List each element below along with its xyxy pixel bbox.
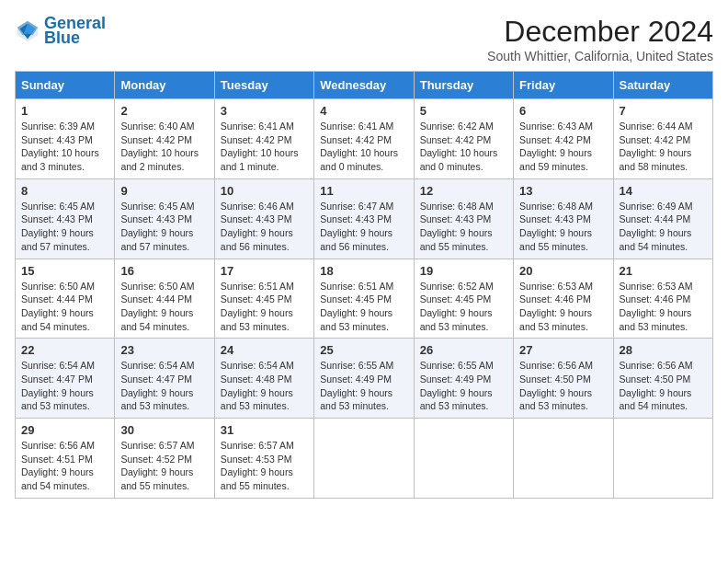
subtitle: South Whittier, California, United State… bbox=[487, 49, 713, 63]
day-number: 21 bbox=[620, 264, 707, 278]
cell-info: Sunrise: 6:39 AMSunset: 4:43 PMDaylight:… bbox=[21, 120, 108, 174]
day-number: 1 bbox=[21, 104, 108, 118]
cell-info: Sunrise: 6:42 AMSunset: 4:42 PMDaylight:… bbox=[420, 120, 507, 174]
calendar-cell: 18 Sunrise: 6:51 AMSunset: 4:45 PMDaylig… bbox=[314, 259, 414, 339]
logo: General Blue bbox=[15, 15, 106, 48]
cell-info: Sunrise: 6:55 AMSunset: 4:49 PMDaylight:… bbox=[420, 359, 507, 413]
cell-info: Sunrise: 6:54 AMSunset: 4:47 PMDaylight:… bbox=[21, 359, 108, 413]
cell-info: Sunrise: 6:54 AMSunset: 4:48 PMDaylight:… bbox=[221, 359, 308, 413]
calendar-cell: 28 Sunrise: 6:56 AMSunset: 4:50 PMDaylig… bbox=[613, 339, 712, 419]
calendar-cell: 19 Sunrise: 6:52 AMSunset: 4:45 PMDaylig… bbox=[414, 259, 513, 339]
logo-text: General Blue bbox=[44, 15, 106, 48]
cell-info: Sunrise: 6:49 AMSunset: 4:44 PMDaylight:… bbox=[620, 200, 707, 254]
day-number: 2 bbox=[120, 104, 208, 118]
calendar-header-row: SundayMondayTuesdayWednesdayThursdayFrid… bbox=[16, 72, 713, 99]
main-title: December 2024 bbox=[487, 15, 713, 49]
calendar-cell: 21 Sunrise: 6:53 AMSunset: 4:46 PMDaylig… bbox=[613, 259, 712, 339]
calendar-cell: 20 Sunrise: 6:53 AMSunset: 4:46 PMDaylig… bbox=[514, 259, 613, 339]
day-number: 26 bbox=[420, 343, 507, 357]
day-number: 14 bbox=[620, 184, 707, 198]
cell-info: Sunrise: 6:45 AMSunset: 4:43 PMDaylight:… bbox=[120, 200, 208, 254]
calendar-cell bbox=[314, 419, 414, 499]
cell-info: Sunrise: 6:56 AMSunset: 4:50 PMDaylight:… bbox=[519, 359, 607, 413]
week-row-3: 15 Sunrise: 6:50 AMSunset: 4:44 PMDaylig… bbox=[16, 259, 713, 339]
week-row-4: 22 Sunrise: 6:54 AMSunset: 4:47 PMDaylig… bbox=[16, 339, 713, 419]
calendar-cell: 17 Sunrise: 6:51 AMSunset: 4:45 PMDaylig… bbox=[214, 259, 313, 339]
cell-info: Sunrise: 6:51 AMSunset: 4:45 PMDaylight:… bbox=[221, 280, 308, 334]
day-number: 16 bbox=[120, 264, 208, 278]
day-number: 9 bbox=[120, 184, 208, 198]
day-number: 4 bbox=[320, 104, 407, 118]
cell-info: Sunrise: 6:53 AMSunset: 4:46 PMDaylight:… bbox=[620, 280, 707, 334]
day-number: 5 bbox=[420, 104, 507, 118]
cell-info: Sunrise: 6:56 AMSunset: 4:50 PMDaylight:… bbox=[620, 359, 707, 413]
calendar-cell: 14 Sunrise: 6:49 AMSunset: 4:44 PMDaylig… bbox=[613, 178, 712, 259]
cell-info: Sunrise: 6:57 AMSunset: 4:53 PMDaylight:… bbox=[221, 439, 308, 493]
cell-info: Sunrise: 6:41 AMSunset: 4:42 PMDaylight:… bbox=[320, 120, 407, 174]
calendar-cell: 3 Sunrise: 6:41 AMSunset: 4:42 PMDayligh… bbox=[214, 99, 313, 179]
calendar-cell: 10 Sunrise: 6:46 AMSunset: 4:43 PMDaylig… bbox=[214, 178, 313, 259]
calendar-cell: 1 Sunrise: 6:39 AMSunset: 4:43 PMDayligh… bbox=[16, 99, 115, 179]
day-number: 31 bbox=[221, 423, 308, 437]
cell-info: Sunrise: 6:40 AMSunset: 4:42 PMDaylight:… bbox=[120, 120, 208, 174]
calendar-cell: 4 Sunrise: 6:41 AMSunset: 4:42 PMDayligh… bbox=[314, 99, 414, 179]
day-number: 23 bbox=[120, 343, 208, 357]
day-number: 19 bbox=[420, 264, 507, 278]
title-area: December 2024 South Whittier, California… bbox=[487, 15, 713, 63]
week-row-2: 8 Sunrise: 6:45 AMSunset: 4:43 PMDayligh… bbox=[16, 178, 713, 259]
cell-info: Sunrise: 6:53 AMSunset: 4:46 PMDaylight:… bbox=[519, 280, 607, 334]
calendar-cell: 6 Sunrise: 6:43 AMSunset: 4:42 PMDayligh… bbox=[514, 99, 613, 179]
calendar-cell: 5 Sunrise: 6:42 AMSunset: 4:42 PMDayligh… bbox=[414, 99, 513, 179]
day-number: 12 bbox=[420, 184, 507, 198]
day-number: 11 bbox=[320, 184, 407, 198]
day-number: 30 bbox=[120, 423, 208, 437]
day-number: 3 bbox=[221, 104, 308, 118]
calendar-cell: 29 Sunrise: 6:56 AMSunset: 4:51 PMDaylig… bbox=[16, 419, 115, 499]
calendar-cell: 26 Sunrise: 6:55 AMSunset: 4:49 PMDaylig… bbox=[414, 339, 513, 419]
header-cell-monday: Monday bbox=[115, 72, 214, 99]
cell-info: Sunrise: 6:44 AMSunset: 4:42 PMDaylight:… bbox=[620, 120, 707, 174]
cell-info: Sunrise: 6:55 AMSunset: 4:49 PMDaylight:… bbox=[320, 359, 407, 413]
day-number: 7 bbox=[620, 104, 707, 118]
day-number: 22 bbox=[21, 343, 108, 357]
cell-info: Sunrise: 6:51 AMSunset: 4:45 PMDaylight:… bbox=[320, 280, 407, 334]
calendar-cell: 9 Sunrise: 6:45 AMSunset: 4:43 PMDayligh… bbox=[115, 178, 214, 259]
calendar-cell: 31 Sunrise: 6:57 AMSunset: 4:53 PMDaylig… bbox=[214, 419, 313, 499]
calendar-cell: 13 Sunrise: 6:48 AMSunset: 4:43 PMDaylig… bbox=[514, 178, 613, 259]
cell-info: Sunrise: 6:48 AMSunset: 4:43 PMDaylight:… bbox=[519, 200, 607, 254]
day-number: 13 bbox=[519, 184, 607, 198]
day-number: 15 bbox=[21, 264, 108, 278]
header-cell-friday: Friday bbox=[514, 72, 613, 99]
calendar-cell: 30 Sunrise: 6:57 AMSunset: 4:52 PMDaylig… bbox=[115, 419, 214, 499]
day-number: 27 bbox=[519, 343, 607, 357]
day-number: 20 bbox=[519, 264, 607, 278]
header-cell-sunday: Sunday bbox=[16, 72, 115, 99]
cell-info: Sunrise: 6:57 AMSunset: 4:52 PMDaylight:… bbox=[120, 439, 208, 493]
calendar-cell: 12 Sunrise: 6:48 AMSunset: 4:43 PMDaylig… bbox=[414, 178, 513, 259]
cell-info: Sunrise: 6:41 AMSunset: 4:42 PMDaylight:… bbox=[221, 120, 308, 174]
calendar-cell bbox=[613, 419, 712, 499]
cell-info: Sunrise: 6:43 AMSunset: 4:42 PMDaylight:… bbox=[519, 120, 607, 174]
calendar-cell: 22 Sunrise: 6:54 AMSunset: 4:47 PMDaylig… bbox=[16, 339, 115, 419]
week-row-5: 29 Sunrise: 6:56 AMSunset: 4:51 PMDaylig… bbox=[16, 419, 713, 499]
calendar-cell: 24 Sunrise: 6:54 AMSunset: 4:48 PMDaylig… bbox=[214, 339, 313, 419]
day-number: 18 bbox=[320, 264, 407, 278]
cell-info: Sunrise: 6:52 AMSunset: 4:45 PMDaylight:… bbox=[420, 280, 507, 334]
cell-info: Sunrise: 6:45 AMSunset: 4:43 PMDaylight:… bbox=[21, 200, 108, 254]
cell-info: Sunrise: 6:47 AMSunset: 4:43 PMDaylight:… bbox=[320, 200, 407, 254]
calendar-cell: 11 Sunrise: 6:47 AMSunset: 4:43 PMDaylig… bbox=[314, 178, 414, 259]
cell-info: Sunrise: 6:50 AMSunset: 4:44 PMDaylight:… bbox=[120, 280, 208, 334]
week-row-1: 1 Sunrise: 6:39 AMSunset: 4:43 PMDayligh… bbox=[16, 99, 713, 179]
calendar-cell: 16 Sunrise: 6:50 AMSunset: 4:44 PMDaylig… bbox=[115, 259, 214, 339]
header-cell-thursday: Thursday bbox=[414, 72, 513, 99]
calendar-cell: 15 Sunrise: 6:50 AMSunset: 4:44 PMDaylig… bbox=[16, 259, 115, 339]
cell-info: Sunrise: 6:56 AMSunset: 4:51 PMDaylight:… bbox=[21, 439, 108, 493]
cell-info: Sunrise: 6:46 AMSunset: 4:43 PMDaylight:… bbox=[221, 200, 308, 254]
day-number: 29 bbox=[21, 423, 108, 437]
calendar-cell: 8 Sunrise: 6:45 AMSunset: 4:43 PMDayligh… bbox=[16, 178, 115, 259]
day-number: 17 bbox=[221, 264, 308, 278]
calendar-cell: 25 Sunrise: 6:55 AMSunset: 4:49 PMDaylig… bbox=[314, 339, 414, 419]
calendar-cell: 23 Sunrise: 6:54 AMSunset: 4:47 PMDaylig… bbox=[115, 339, 214, 419]
cell-info: Sunrise: 6:48 AMSunset: 4:43 PMDaylight:… bbox=[420, 200, 507, 254]
day-number: 25 bbox=[320, 343, 407, 357]
